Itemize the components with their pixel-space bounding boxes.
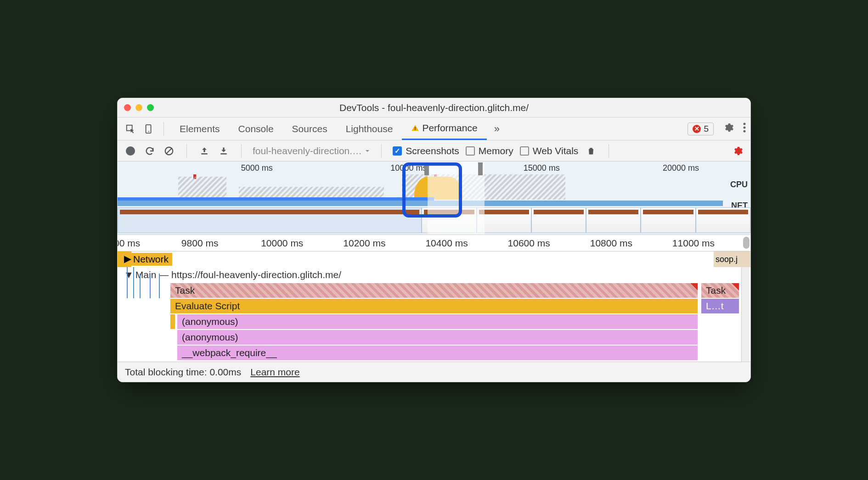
checkbox-checked-icon: ✓	[393, 146, 402, 156]
svg-rect-3	[415, 127, 416, 129]
more-options-icon[interactable]	[743, 123, 746, 135]
panel-tabs: Elements Console Sources Lighthouse Perf…	[170, 117, 487, 140]
svg-point-7	[744, 130, 746, 133]
ruler-tick: 20000 ms	[663, 163, 699, 173]
main-track-header[interactable]: ▼ Main — https://foul-heavenly-direction…	[118, 267, 750, 283]
error-count-value: 5	[704, 124, 709, 134]
memory-label: Memory	[479, 145, 513, 156]
ruler-tick: 5000 ms	[241, 163, 273, 173]
ruler-tick: 10200 ms	[343, 238, 385, 249]
svg-rect-10	[201, 153, 207, 155]
target-select-label: foul-heavenly-direction.…	[253, 145, 362, 156]
webvitals-checkbox[interactable]: Web Vitals	[520, 145, 579, 156]
settings-icon[interactable]	[723, 122, 734, 135]
reload-record-button[interactable]	[143, 145, 156, 157]
selection-handle-right[interactable]	[478, 162, 483, 175]
divider	[241, 144, 242, 158]
devtools-window: DevTools - foul-heavenly-direction.glitc…	[117, 98, 751, 382]
garbage-collect-icon[interactable]	[585, 145, 597, 157]
memory-checkbox[interactable]: Memory	[466, 145, 513, 156]
tbt-text: Total blocking time: 0.00ms	[125, 367, 241, 378]
flame-task[interactable]: Task	[170, 283, 698, 298]
network-request-bar[interactable]: soop.j	[714, 251, 750, 267]
screenshot-thumb[interactable]	[118, 207, 422, 233]
error-count-badge[interactable]: ✕ 5	[688, 123, 714, 135]
minimize-window-button[interactable]	[135, 104, 142, 111]
net-track	[118, 201, 723, 206]
selection-handle-left[interactable]	[424, 162, 429, 175]
record-button[interactable]	[124, 145, 137, 157]
target-select[interactable]: foul-heavenly-direction.…	[253, 145, 370, 156]
tab-elements[interactable]: Elements	[170, 117, 229, 140]
tab-console[interactable]: Console	[229, 117, 283, 140]
detail-ruler[interactable]: 00 ms 9800 ms 10000 ms 10200 ms 10400 ms…	[118, 235, 750, 251]
ruler-tick: 15000 ms	[524, 163, 560, 173]
performance-toolbar: foul-heavenly-direction.… ✓ Screenshots …	[118, 140, 750, 162]
flame-task[interactable]: Task	[701, 283, 739, 298]
summary-footer: Total blocking time: 0.00ms Learn more	[118, 362, 750, 382]
window-title: DevTools - foul-heavenly-direction.glitc…	[118, 102, 750, 113]
divider	[609, 144, 609, 158]
svg-point-5	[744, 123, 746, 125]
timeline-overview[interactable]: 5000 ms 10000 ms 15000 ms 20000 ms CPU N…	[118, 162, 750, 235]
net-bar	[118, 197, 434, 201]
inspect-element-icon[interactable]	[122, 121, 139, 137]
flame-anonymous[interactable]: (anonymous)	[177, 314, 698, 329]
ruler-tick: 10800 ms	[590, 238, 632, 249]
tab-performance-label: Performance	[422, 123, 477, 134]
cpu-usage-track	[118, 174, 723, 200]
network-track-header[interactable]: ▶Network soop.j	[118, 251, 750, 267]
tab-lighthouse[interactable]: Lighthouse	[337, 117, 402, 140]
zoom-window-button[interactable]	[147, 104, 154, 111]
error-icon: ✕	[693, 125, 701, 133]
ruler-tick: 10000 ms	[261, 238, 303, 249]
svg-line-9	[167, 148, 172, 153]
screenshot-thumb[interactable]	[531, 207, 586, 233]
learn-more-link[interactable]: Learn more	[250, 367, 299, 378]
save-profile-icon[interactable]	[217, 145, 230, 157]
tab-performance[interactable]: Performance	[402, 117, 486, 140]
screenshots-checkbox[interactable]: ✓ Screenshots	[393, 145, 459, 156]
clear-button[interactable]	[163, 145, 175, 157]
ruler-tick: 10000 ms	[390, 163, 427, 173]
screenshot-thumb[interactable]	[477, 207, 531, 233]
svg-rect-4	[415, 129, 416, 130]
expand-icon: ▶	[124, 253, 131, 264]
capture-settings-icon[interactable]	[731, 145, 744, 157]
flame-layout[interactable]: L…t	[701, 299, 739, 313]
screenshots-label: Screenshots	[406, 145, 459, 156]
svg-rect-11	[220, 153, 226, 155]
flame-fn[interactable]	[170, 314, 175, 329]
ruler-tick: 9800 ms	[181, 238, 219, 249]
chevron-down-icon	[365, 148, 370, 154]
ruler-tick: 10400 ms	[425, 238, 468, 249]
flame-evaluate-script[interactable]: Evaluate Script	[170, 299, 698, 313]
checkbox-icon	[466, 146, 475, 156]
device-toolbar-icon[interactable]	[141, 121, 157, 137]
tab-sources[interactable]: Sources	[283, 117, 337, 140]
close-window-button[interactable]	[124, 104, 131, 111]
divider	[186, 144, 187, 158]
more-tabs-button[interactable]: »	[489, 123, 505, 135]
scrollbar-thumb[interactable]	[743, 237, 750, 249]
warning-icon	[411, 124, 419, 132]
window-controls	[124, 104, 154, 111]
flame-anonymous[interactable]: (anonymous)	[177, 330, 698, 345]
divider	[381, 144, 382, 158]
flame-webpack-require[interactable]: __webpack_require__	[177, 346, 698, 360]
flame-rows: Task Task Evaluate Script L…t (anonymous…	[118, 283, 750, 361]
screenshot-thumb[interactable]	[696, 207, 750, 233]
panel-tabbar: Elements Console Sources Lighthouse Perf…	[118, 117, 750, 140]
titlebar: DevTools - foul-heavenly-direction.glitc…	[118, 98, 750, 117]
screenshot-thumb[interactable]	[641, 207, 695, 233]
load-profile-icon[interactable]	[198, 145, 211, 157]
screenshot-thumb[interactable]	[586, 207, 641, 233]
ruler-tick: 00 ms	[117, 238, 140, 249]
network-track-label: Network	[133, 254, 169, 265]
divider	[163, 122, 164, 136]
overview-selection[interactable]	[428, 162, 485, 234]
cpu-track-label: CPU	[730, 180, 748, 190]
flamechart[interactable]: ▶Network soop.j ▼ Main — https://foul-he…	[118, 251, 750, 362]
main-track-label: Main — https://foul-heavenly-direction.g…	[135, 269, 341, 280]
ruler-tick: 11000 ms	[672, 238, 715, 249]
